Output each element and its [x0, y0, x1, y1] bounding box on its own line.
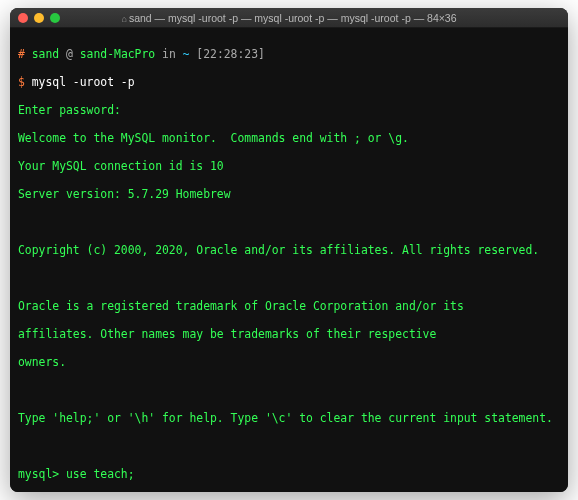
prompt-host: sand-MacPro	[80, 47, 155, 61]
output-line: affiliates. Other names may be trademark…	[18, 327, 560, 341]
close-icon[interactable]	[18, 13, 28, 23]
output-line: Oracle is a registered trademark of Orac…	[18, 299, 560, 313]
titlebar[interactable]: ⌂sand — mysql -uroot -p — mysql -uroot -…	[10, 8, 568, 28]
blank-line	[18, 383, 560, 397]
prompt-command-line: $ mysql -uroot -p	[18, 75, 560, 89]
blank-line	[18, 215, 560, 229]
zoom-icon[interactable]	[50, 13, 60, 23]
output-line: Welcome to the MySQL monitor. Commands e…	[18, 131, 560, 145]
window-title: ⌂sand — mysql -uroot -p — mysql -uroot -…	[10, 12, 568, 24]
command-text: mysql -uroot -p	[32, 75, 135, 89]
prompt-in: in	[162, 47, 176, 61]
prompt-path: ~	[183, 47, 190, 61]
prompt-context-line: # sand @ sand-MacPro in ~ [22:28:23]	[18, 47, 560, 61]
output-line: Your MySQL connection id is 10	[18, 159, 560, 173]
output-line: Enter password:	[18, 103, 560, 117]
minimize-icon[interactable]	[34, 13, 44, 23]
terminal-body[interactable]: # sand @ sand-MacPro in ~ [22:28:23] $ m…	[10, 28, 568, 492]
prompt-symbol: #	[18, 47, 25, 61]
terminal-window: ⌂sand — mysql -uroot -p — mysql -uroot -…	[10, 8, 568, 492]
prompt-user: sand	[32, 47, 59, 61]
blank-line	[18, 439, 560, 453]
window-title-text: sand — mysql -uroot -p — mysql -uroot -p…	[129, 12, 457, 24]
prompt-dollar: $	[18, 75, 25, 89]
output-line: Server version: 5.7.29 Homebrew	[18, 187, 560, 201]
output-line: owners.	[18, 355, 560, 369]
prompt-time: [22:28:23]	[196, 47, 265, 61]
home-icon: ⌂	[121, 14, 126, 24]
prompt-at: @	[66, 47, 73, 61]
output-line: Type 'help;' or '\h' for help. Type '\c'…	[18, 411, 560, 425]
mysql-prompt-line: mysql> use teach;	[18, 467, 560, 481]
blank-line	[18, 271, 560, 285]
window-controls	[18, 13, 60, 23]
output-line: Copyright (c) 2000, 2020, Oracle and/or …	[18, 243, 560, 257]
